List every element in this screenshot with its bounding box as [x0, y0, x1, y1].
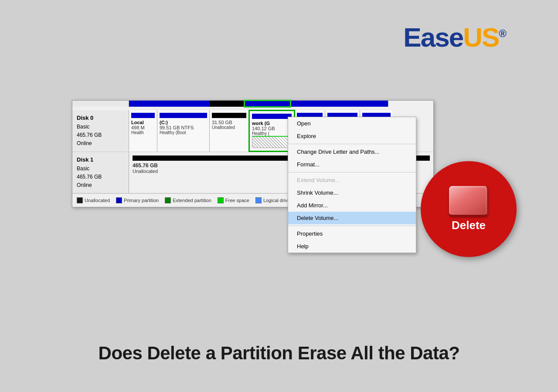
partition-c-bar: [160, 113, 207, 118]
disk1-type: Basic: [77, 165, 124, 173]
logo-ease: Ease: [403, 22, 463, 52]
easeus-logo: EaseUS®: [403, 22, 506, 53]
menu-divider-2: [288, 172, 416, 172]
partition-c-status: Healthy (Boot: [160, 130, 207, 135]
context-menu: Open Explore Change Drive Letter and Pat…: [288, 117, 416, 253]
partition-local[interactable]: Local 498 M Health: [129, 110, 157, 152]
disk0-top-bars: [72, 101, 433, 107]
menu-divider-1: [288, 144, 416, 144]
delete-circle-label: Delete: [452, 219, 486, 232]
legend-swatch-extended: [165, 197, 171, 203]
menu-item-help[interactable]: Help: [288, 240, 416, 253]
partition-work-size: 140.12 GB: [252, 126, 292, 131]
partition-local-bar: [131, 113, 155, 118]
delete-key-visual: [449, 186, 488, 216]
partition-unalloc[interactable]: 31.50 GB Unallocated: [210, 110, 249, 152]
legend-label-freespace: Free space: [225, 198, 249, 203]
disk0-name: Disk 0: [77, 114, 124, 123]
partition-c-name: (C:): [160, 120, 207, 125]
legend-swatch-unallocated: [77, 197, 83, 203]
partition-unalloc-size: 31.50 GB: [212, 120, 246, 125]
page-heading: Does Delete a Partition Erase All the Da…: [0, 343, 558, 364]
partition-work-name: work (G: [252, 121, 292, 126]
legend-label-extended: Extended partition: [173, 198, 211, 203]
menu-item-properties[interactable]: Properties: [288, 227, 416, 240]
partition-unalloc-bar: [212, 113, 246, 118]
legend-unallocated: Unallocated: [77, 197, 110, 203]
legend-primary: Primary partition: [116, 197, 159, 203]
disk0-status: Online: [77, 139, 124, 148]
menu-item-explore[interactable]: Explore: [288, 130, 416, 142]
menu-divider-3: [288, 226, 416, 226]
partition-c-size: 99.51 GB NTFS: [160, 125, 207, 130]
menu-item-format[interactable]: Format...: [288, 158, 416, 171]
disk0-type: Basic: [77, 123, 124, 131]
partition-work-status: Healthy (: [252, 131, 292, 136]
legend-extended: Extended partition: [165, 197, 211, 203]
disk0-label: Disk 0 Basic 465.76 GB Online: [72, 110, 129, 152]
disk1-label: Disk 1 Basic 465.76 GB Online: [72, 152, 129, 193]
partition-local-status: Health: [131, 130, 155, 135]
delete-button-circle: Delete: [421, 161, 517, 257]
partition-work-hatch: [252, 136, 292, 148]
menu-item-delete-volume[interactable]: Delete Volume...: [288, 212, 416, 224]
disk0-size: 465.76 GB: [77, 131, 124, 139]
disk1-size: 465.76 GB: [77, 173, 124, 181]
disk1-status: Online: [77, 181, 124, 189]
legend-label-unallocated: Unallocated: [85, 198, 110, 203]
legend-swatch-freespace: [218, 197, 224, 203]
legend-label-logical: Logical drive: [263, 198, 290, 203]
partition-local-name: Local: [131, 120, 155, 125]
menu-item-shrink-volume[interactable]: Shrink Volume...: [288, 186, 416, 199]
partition-work-bar: [252, 114, 292, 119]
legend-label-primary: Primary partition: [124, 198, 159, 203]
logo-reg: ®: [499, 27, 506, 39]
partition-unalloc-status: Unallocated: [212, 125, 246, 130]
partition-c[interactable]: (C:) 99.51 GB NTFS Healthy (Boot: [157, 110, 210, 152]
menu-item-change-drive-letter[interactable]: Change Drive Letter and Paths...: [288, 145, 416, 158]
legend-swatch-logical: [255, 197, 262, 203]
partition-local-size: 498 M: [131, 125, 155, 130]
menu-item-extend-volume: Extend Volume...: [288, 174, 416, 186]
legend-freespace: Free space: [218, 197, 249, 203]
logo-us: US: [463, 22, 499, 52]
legend-swatch-primary: [116, 197, 122, 203]
legend-logical: Logical drive: [255, 197, 290, 203]
menu-item-add-mirror[interactable]: Add Mirror...: [288, 199, 416, 212]
menu-item-open[interactable]: Open: [288, 117, 416, 130]
disk1-name: Disk 1: [77, 155, 124, 165]
